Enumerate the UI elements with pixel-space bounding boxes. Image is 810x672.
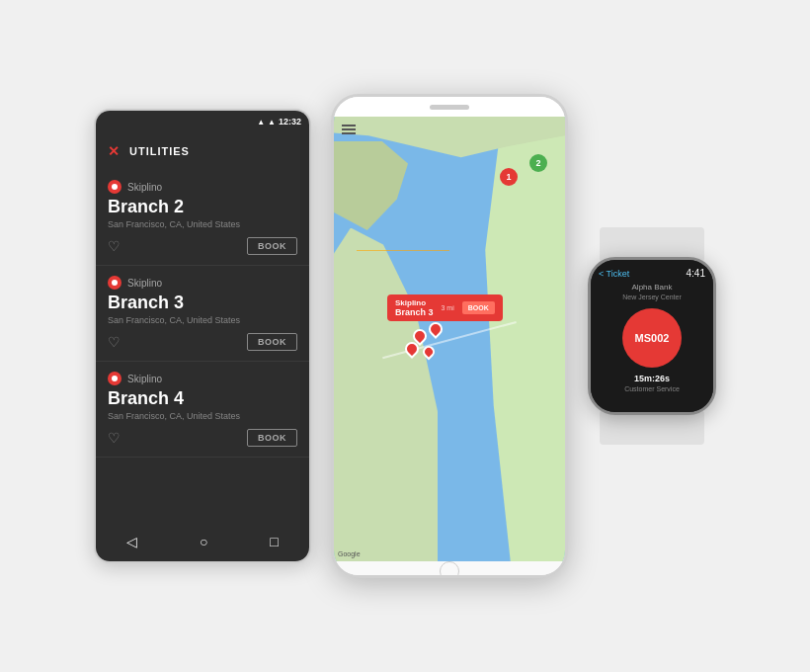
watch-location: New Jersey Center xyxy=(622,294,682,300)
book-button-4[interactable]: BOOK xyxy=(247,429,297,447)
ios-speaker xyxy=(430,105,469,110)
watch-service: Customer Service xyxy=(624,385,680,392)
branch-name-2: Branch 2 xyxy=(108,197,297,217)
branch-actions-3: ♡ BOOK xyxy=(108,333,297,351)
brand-name-3: Skiplino xyxy=(127,278,162,289)
branch-name-3: Branch 3 xyxy=(108,293,297,313)
branch-actions-4: ♡ BOOK xyxy=(108,429,297,447)
nav-home-button[interactable]: ○ xyxy=(200,534,207,549)
popup-branch: Branch 3 xyxy=(395,307,434,317)
watch-bank-name: Alpha Bank xyxy=(632,283,673,292)
android-content: Skiplino Branch 2 San Francisco, CA, Uni… xyxy=(96,170,309,526)
close-icon[interactable]: ✕ xyxy=(108,143,120,159)
menu-line-3 xyxy=(342,132,356,134)
watch-band-bottom xyxy=(600,410,704,445)
heart-icon-2[interactable]: ♡ xyxy=(108,238,121,254)
heart-icon-4[interactable]: ♡ xyxy=(108,430,121,446)
branch-address-3: San Francisco, CA, United States xyxy=(108,315,297,325)
map-pin-2 xyxy=(429,322,443,336)
brand-logo-2 xyxy=(108,180,122,194)
brand-name-4: Skiplino xyxy=(127,374,162,384)
status-time: 12:32 xyxy=(279,117,301,126)
map-popup[interactable]: Skiplino Branch 3 3 mi BOOK xyxy=(387,294,503,321)
watch-ticket-circle: MS002 xyxy=(622,308,682,368)
status-icons: ▲ ▲ 12:32 xyxy=(257,117,301,126)
map-badge-green: 2 xyxy=(529,154,547,172)
book-button-2[interactable]: BOOK xyxy=(247,237,297,255)
android-status-bar: ▲ ▲ 12:32 xyxy=(96,111,309,132)
branch-address-4: San Francisco, CA, United States xyxy=(108,411,297,421)
brand-logo-3 xyxy=(108,276,122,290)
map-pin-4 xyxy=(423,346,435,358)
branch-item-2: Skiplino Branch 2 San Francisco, CA, Uni… xyxy=(96,170,309,266)
watch-time: 4:41 xyxy=(687,268,705,279)
ios-home-button[interactable] xyxy=(440,561,459,578)
watch-wait-time: 15m:26s xyxy=(634,374,670,383)
map-background: 1 2 Skiplino xyxy=(334,117,565,561)
branch-address-2: San Francisco, CA, United States xyxy=(108,219,297,229)
header-title: UTILITIES xyxy=(129,145,190,157)
brand-row-3: Skiplino xyxy=(108,276,297,290)
map-pin-1 xyxy=(413,329,427,343)
popup-brand: Skiplino xyxy=(395,298,434,307)
signal-icon: ▲ xyxy=(268,118,276,126)
brand-row-2: Skiplino xyxy=(108,180,297,194)
popup-content: Skiplino Branch 3 xyxy=(395,298,434,317)
watch-header: < Ticket 4:41 xyxy=(599,268,705,279)
brand-name-2: Skiplino xyxy=(127,182,162,193)
map-road-2 xyxy=(357,250,449,251)
nav-recent-button[interactable]: □ xyxy=(270,534,278,549)
scene: ▲ ▲ 12:32 ✕ UTILITIES Skiplino Branch 2 xyxy=(0,0,810,672)
book-button-3[interactable]: BOOK xyxy=(247,333,297,351)
branch-actions-2: ♡ BOOK xyxy=(108,237,297,255)
google-label: Google xyxy=(338,550,361,557)
android-header: ✕ UTILITIES xyxy=(96,132,309,170)
watch-crown[interactable] xyxy=(713,326,716,346)
branch-name-4: Branch 4 xyxy=(108,388,297,409)
map-menu-icon[interactable] xyxy=(342,125,356,134)
map-pin-3 xyxy=(405,342,419,356)
ios-phone: 1 2 Skiplino xyxy=(331,94,568,578)
watch-wrapper: < Ticket 4:41 Alpha Bank New Jersey Cent… xyxy=(588,257,716,415)
heart-icon-3[interactable]: ♡ xyxy=(108,334,121,350)
nav-back-button[interactable]: ◁ xyxy=(126,534,137,549)
menu-line-1 xyxy=(342,125,356,126)
android-nav-bar: ◁ ○ □ xyxy=(96,522,309,561)
apple-watch: < Ticket 4:41 Alpha Bank New Jersey Cent… xyxy=(588,257,716,415)
brand-row-4: Skiplino xyxy=(108,372,297,385)
brand-logo-4 xyxy=(108,372,122,385)
android-phone: ▲ ▲ 12:32 ✕ UTILITIES Skiplino Branch 2 xyxy=(94,109,311,563)
popup-book-button[interactable]: BOOK xyxy=(462,301,495,314)
branch-item-4: Skiplino Branch 4 San Francisco, CA, Uni… xyxy=(96,362,309,458)
map-container[interactable]: 1 2 Skiplino xyxy=(334,117,565,561)
watch-back-button[interactable]: < Ticket xyxy=(599,269,629,279)
map-badge-red: 1 xyxy=(500,168,518,186)
popup-distance: 3 mi xyxy=(442,304,454,311)
branch-item-3: Skiplino Branch 3 San Francisco, CA, Uni… xyxy=(96,266,309,362)
watch-screen: < Ticket 4:41 Alpha Bank New Jersey Cent… xyxy=(591,260,713,412)
menu-line-2 xyxy=(342,128,356,130)
ios-top xyxy=(334,97,565,117)
wifi-icon: ▲ xyxy=(257,118,265,126)
ios-bottom xyxy=(334,561,565,578)
watch-ticket-code: MS002 xyxy=(635,332,670,344)
